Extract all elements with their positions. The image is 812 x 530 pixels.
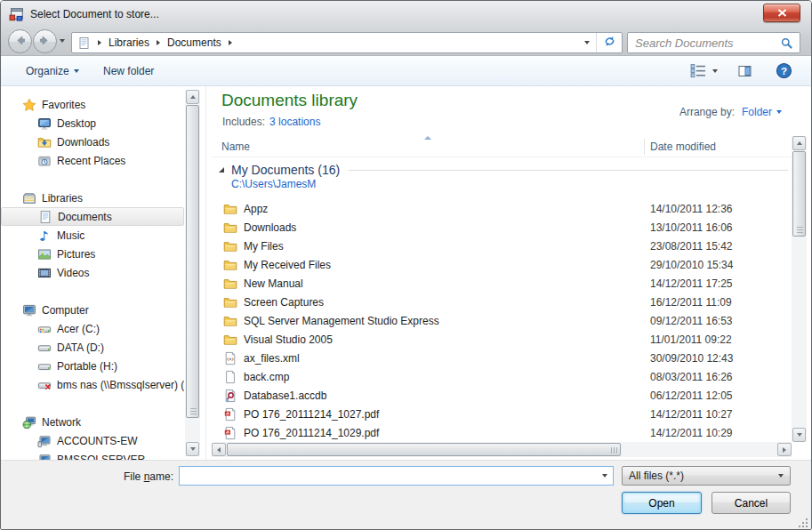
breadcrumb-item-libraries[interactable]: Libraries [109, 36, 149, 49]
file-name: Visual Studio 2005 [244, 333, 333, 346]
search-input[interactable] [628, 36, 780, 50]
sidebar-item-accounts-ew[interactable]: ACCOUNTS-EW [1, 431, 184, 450]
history-dropdown-icon[interactable] [60, 39, 65, 43]
search-icon[interactable] [780, 36, 793, 50]
file-row[interactable]: Database1.accdb06/12/2011 12:05 [212, 386, 792, 405]
music-icon [37, 229, 52, 243]
sidebar-scrollbar[interactable] [185, 90, 200, 456]
sidebar-item-bmssqlserver[interactable]: BMSSQLSERVER [1, 450, 184, 460]
file-row[interactable]: PO 176_20111214_1027.pdf14/12/2011 10:27 [212, 405, 792, 423]
locations-link[interactable]: 3 locations [269, 116, 320, 128]
combo-dropdown-button[interactable] [597, 474, 613, 478]
file-row[interactable]: My Received Files29/10/2010 15:34 [212, 255, 792, 274]
star-icon [22, 98, 36, 112]
sidebar-item-music[interactable]: Music [1, 226, 184, 245]
views-dropdown-icon[interactable] [712, 69, 718, 73]
scroll-up-button[interactable] [186, 90, 199, 104]
group-header[interactable]: My Documents (16) [212, 157, 792, 177]
list-horizontal-scrollbar[interactable] [212, 442, 792, 457]
scroll-right-button[interactable] [777, 443, 792, 456]
sidebar-item-portable-h[interactable]: Portable (H:) [1, 357, 184, 375]
column-separator[interactable] [644, 139, 645, 155]
file-row[interactable]: My Files23/08/2011 15:42 [212, 237, 792, 255]
column-date-modified[interactable]: Date modified [650, 141, 716, 153]
file-name: PO 176_20111214_1027.pdf [244, 408, 379, 421]
group-path-link[interactable]: C:\Users\JamesM [212, 177, 792, 193]
file-row[interactable]: ax_files.xml30/09/2010 12:43 [212, 349, 792, 367]
address-dropdown-button[interactable] [578, 41, 596, 44]
file-name: Appz [244, 203, 268, 215]
close-button[interactable] [763, 4, 800, 22]
file-row[interactable]: Downloads13/10/2011 16:06 [212, 218, 792, 237]
open-button[interactable]: Open [622, 492, 702, 514]
list-vertical-scrollbar[interactable] [792, 136, 807, 442]
file-name-combo [179, 466, 614, 486]
arrange-by-value[interactable]: Folder [742, 106, 772, 118]
refresh-icon [603, 35, 616, 51]
help-icon[interactable]: ? [776, 62, 792, 79]
file-name: New Manual [244, 277, 303, 290]
back-button[interactable] [8, 29, 32, 53]
scroll-down-button[interactable] [792, 428, 806, 442]
window-chrome: Select Document to store... LibrariesDoc… [1, 1, 811, 56]
file-date: 30/09/2010 12:43 [650, 352, 733, 365]
back-arrow-icon [11, 31, 29, 52]
sidebar-item-recent-places[interactable]: Recent Places [1, 151, 184, 170]
sidebar-item-desktop[interactable]: Desktop [1, 114, 184, 132]
group-collapse-icon[interactable] [218, 166, 225, 173]
file-name-input[interactable] [180, 470, 597, 482]
preview-pane-icon[interactable] [737, 64, 752, 78]
sidebar-section-network[interactable]: Network [1, 413, 184, 431]
organize-button[interactable]: Organize [26, 56, 79, 85]
address-bar-tail [578, 33, 622, 52]
file-list-viewport: My Documents (16) C:\Users\JamesM Appz14… [212, 157, 792, 442]
file-type-select[interactable]: All files (*.*) [622, 466, 791, 486]
file-date: 29/10/2010 15:34 [650, 259, 733, 271]
column-name[interactable]: Name [221, 141, 250, 153]
scrollbar-thumb[interactable] [792, 151, 806, 237]
breadcrumb-item-documents[interactable]: Documents [167, 36, 221, 49]
file-row[interactable]: PO 176_20111214_1029.pdf14/12/2011 10:29 [212, 423, 792, 442]
file-row[interactable]: Visual Studio 200511/01/2011 09:22 [212, 330, 792, 349]
scroll-left-button[interactable] [212, 443, 226, 456]
sidebar-section-label: Favorites [42, 99, 85, 111]
sidebar-item-data-d[interactable]: DATA (D:) [1, 338, 184, 357]
file-row[interactable]: Screen Captures16/12/2011 11:09 [212, 293, 792, 311]
breadcrumb-separator-icon[interactable] [221, 40, 239, 45]
file-row[interactable]: back.cmp08/03/2011 16:26 [212, 367, 792, 386]
sidebar-item-label: Music [57, 229, 84, 242]
scroll-down-button[interactable] [186, 442, 199, 456]
refresh-button[interactable] [596, 33, 622, 52]
breadcrumb-separator-icon[interactable] [91, 40, 109, 45]
address-bar[interactable]: LibrariesDocuments [71, 32, 623, 53]
breadcrumb-separator-icon[interactable] [149, 40, 167, 45]
resize-grip[interactable] [798, 518, 809, 529]
new-folder-button[interactable]: New folder [103, 56, 154, 85]
chevron-down-icon[interactable] [776, 110, 782, 114]
file-row[interactable]: SQL Server Management Studio Express09/1… [212, 311, 792, 330]
sidebar-section-label: Network [42, 416, 81, 429]
file-row[interactable]: New Manual14/12/2011 17:25 [212, 274, 792, 293]
cancel-button[interactable]: Cancel [712, 492, 791, 514]
sidebar-item-label: ACCOUNTS-EW [57, 435, 138, 447]
views-icon[interactable] [689, 63, 707, 78]
sidebar-item-documents[interactable]: Documents [1, 207, 184, 226]
sidebar-group-libraries: LibrariesDocumentsMusicPicturesVideos [1, 189, 184, 282]
scroll-up-button[interactable] [792, 136, 806, 150]
scrollbar-thumb[interactable] [186, 105, 199, 418]
sidebar-item-bms-nas-bmssqlserver-m[interactable]: bms nas (\\Bmssqlserver) (M [1, 375, 184, 394]
combo-dropdown-button[interactable] [772, 474, 790, 478]
sidebar-item-videos[interactable]: Videos [1, 263, 184, 282]
sidebar-section-favorites[interactable]: Favorites [1, 95, 184, 114]
forward-button[interactable] [33, 29, 57, 53]
file-row[interactable]: Appz14/10/2011 12:36 [212, 199, 792, 218]
sidebar-section-libraries[interactable]: Libraries [1, 189, 184, 207]
file-date: 14/10/2011 12:36 [650, 203, 733, 215]
sidebar-item-label: Videos [57, 267, 89, 279]
sidebar-item-downloads[interactable]: Downloads [1, 132, 184, 151]
sidebar-item-pictures[interactable]: Pictures [1, 245, 184, 263]
sidebar-section-computer[interactable]: Computer [1, 301, 184, 319]
sidebar-item-acer-c[interactable]: Acer (C:) [1, 319, 184, 338]
chevron-down-icon [778, 474, 784, 478]
scrollbar-thumb[interactable] [227, 443, 621, 456]
